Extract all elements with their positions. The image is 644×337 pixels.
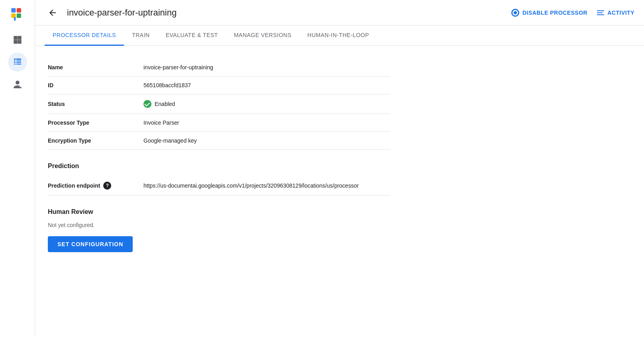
processor-type-label: Processor Type xyxy=(48,114,143,132)
id-label: ID xyxy=(48,76,143,94)
svg-rect-12 xyxy=(16,61,21,61)
endpoint-label-container: Prediction endpoint ? xyxy=(48,182,143,190)
svg-rect-4 xyxy=(14,17,16,21)
disable-circle-inner xyxy=(514,11,517,14)
sidebar xyxy=(0,0,35,337)
table-row: Prediction endpoint ? https://us-documen… xyxy=(48,176,391,196)
table-row: Status Enabled xyxy=(48,94,391,114)
back-arrow-icon xyxy=(48,8,57,18)
svg-rect-9 xyxy=(14,59,16,60)
endpoint-label-text: Prediction endpoint xyxy=(48,182,100,189)
svg-rect-0 xyxy=(11,8,16,12)
set-configuration-button[interactable]: SET CONFIGURATION xyxy=(48,236,133,252)
prediction-section-header: Prediction xyxy=(48,163,631,170)
tab-train[interactable]: TRAIN xyxy=(124,25,158,46)
page-title: invoice-parser-for-uptraining xyxy=(67,8,505,18)
endpoint-label-cell: Prediction endpoint ? xyxy=(48,176,143,196)
topbar: invoice-parser-for-uptraining DISABLE PR… xyxy=(35,0,644,25)
status-value: Enabled xyxy=(143,94,391,114)
disable-circle-icon xyxy=(511,9,519,17)
encryption-type-label: Encryption Type xyxy=(48,132,143,150)
svg-rect-16 xyxy=(16,64,21,65)
tab-human-in-the-loop[interactable]: HUMAN-IN-THE-LOOP xyxy=(299,25,377,46)
activity-label: ACTIVITY xyxy=(607,10,634,16)
tab-manage-versions[interactable]: MANAGE VERSIONS xyxy=(226,25,299,46)
help-icon[interactable]: ? xyxy=(103,182,111,190)
table-row: Encryption Type Google-managed key xyxy=(48,132,391,150)
svg-rect-11 xyxy=(14,61,16,61)
svg-rect-1 xyxy=(16,8,21,12)
list-icon xyxy=(13,57,22,67)
disable-processor-button[interactable]: DISABLE PROCESSOR xyxy=(511,9,587,17)
endpoint-url-value: https://us-documentai.googleapis.com/v1/… xyxy=(143,182,391,189)
svg-rect-3 xyxy=(16,14,21,18)
svg-rect-15 xyxy=(14,64,16,65)
dashboard-icon xyxy=(13,35,22,45)
status-check-icon xyxy=(143,100,151,108)
human-review-section-header: Human Review xyxy=(48,208,631,216)
tabs-nav: PROCESSOR DETAILS TRAIN EVALUATE & TEST … xyxy=(35,25,644,46)
person-check-icon xyxy=(13,80,22,89)
sidebar-item-list[interactable] xyxy=(8,53,27,72)
sidebar-item-dashboard[interactable] xyxy=(8,30,27,49)
endpoint-url-cell: https://us-documentai.googleapis.com/v1/… xyxy=(143,176,391,196)
tab-evaluate-test[interactable]: EVALUATE & TEST xyxy=(158,25,226,46)
details-table: Name invoice-parser-for-uptraining ID 56… xyxy=(48,59,391,150)
svg-rect-10 xyxy=(16,59,21,60)
table-row: ID 565108baccfd1837 xyxy=(48,76,391,94)
name-value: invoice-parser-for-uptraining xyxy=(143,59,391,76)
status-text: Enabled xyxy=(155,101,175,107)
svg-rect-17 xyxy=(14,59,21,59)
encryption-type-value: Google-managed key xyxy=(143,132,391,150)
activity-button[interactable]: ACTIVITY xyxy=(597,10,634,16)
processor-type-value: Invoice Parser xyxy=(143,114,391,132)
svg-rect-13 xyxy=(14,62,16,63)
disable-processor-label: DISABLE PROCESSOR xyxy=(522,10,587,16)
tab-processor-details[interactable]: PROCESSOR DETAILS xyxy=(45,25,124,46)
id-value: 565108baccfd1837 xyxy=(143,76,391,94)
table-row: Processor Type Invoice Parser xyxy=(48,114,391,132)
back-button[interactable] xyxy=(45,5,61,21)
activity-lines-icon xyxy=(597,10,604,15)
human-review-description: Not yet configured. xyxy=(48,222,631,228)
status-label: Status xyxy=(48,94,143,114)
sidebar-item-person-check[interactable] xyxy=(8,75,27,94)
name-label: Name xyxy=(48,59,143,76)
app-logo[interactable] xyxy=(8,5,27,24)
table-row: Name invoice-parser-for-uptraining xyxy=(48,59,391,76)
status-enabled-indicator: Enabled xyxy=(143,100,391,108)
svg-rect-14 xyxy=(16,62,21,63)
grid-icon xyxy=(10,7,25,22)
prediction-table: Prediction endpoint ? https://us-documen… xyxy=(48,176,391,196)
main-content: invoice-parser-for-uptraining DISABLE PR… xyxy=(35,0,644,337)
topbar-actions: DISABLE PROCESSOR ACTIVITY xyxy=(511,9,634,17)
content-area: Name invoice-parser-for-uptraining ID 56… xyxy=(35,46,644,337)
